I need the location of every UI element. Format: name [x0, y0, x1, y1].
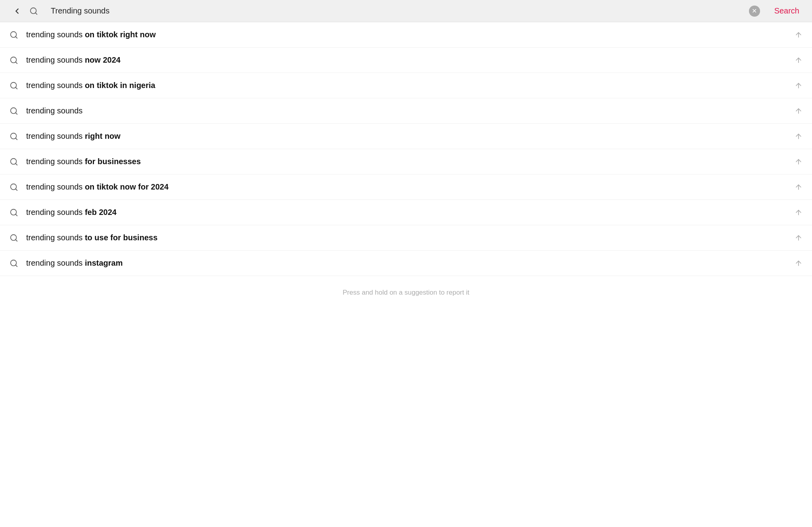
suggestion-item[interactable]: trending sounds feb 2024: [0, 200, 812, 225]
suggestion-text: trending sounds feb 2024: [26, 208, 795, 217]
suggestion-text: trending sounds for businesses: [26, 157, 795, 166]
svg-line-13: [796, 109, 801, 113]
svg-line-6: [15, 62, 17, 63]
suggestion-search-icon: [10, 157, 18, 166]
suggestion-item[interactable]: trending sounds right now: [0, 124, 812, 149]
suggestion-search-icon: [10, 183, 18, 192]
search-input-wrapper: [51, 6, 744, 15]
suggestion-fill-icon: [795, 107, 802, 115]
suggestion-text: trending sounds on tiktok right now: [26, 30, 795, 39]
suggestion-item[interactable]: trending sounds on tiktok now for 2024: [0, 174, 812, 200]
clear-button[interactable]: ✕: [749, 6, 760, 17]
suggestion-search-icon: [10, 259, 18, 268]
suggestion-search-icon: [10, 132, 18, 141]
suggestion-text: trending sounds on tiktok in nigeria: [26, 81, 795, 90]
suggestion-fill-icon: [795, 31, 802, 39]
clear-icon: ✕: [752, 7, 757, 15]
svg-line-21: [15, 189, 17, 190]
svg-line-7: [796, 58, 801, 63]
suggestions-list: trending sounds on tiktok right nowtrend…: [0, 22, 812, 276]
suggestion-fill-icon: [795, 132, 802, 140]
suggestion-fill-icon: [795, 209, 802, 217]
svg-line-19: [796, 159, 801, 164]
search-icon: [29, 7, 38, 15]
suggestion-search-icon: [10, 56, 18, 65]
svg-line-18: [15, 163, 17, 165]
search-header: ✕ Search: [0, 0, 812, 22]
suggestion-text: trending sounds now 2024: [26, 56, 795, 65]
svg-line-16: [796, 134, 801, 139]
suggestion-text: trending sounds to use for business: [26, 233, 795, 242]
suggestion-fill-icon: [795, 259, 802, 267]
suggestion-fill-icon: [795, 158, 802, 166]
svg-line-27: [15, 240, 17, 241]
suggestion-item[interactable]: trending sounds: [0, 98, 812, 124]
suggestion-item[interactable]: trending sounds on tiktok right now: [0, 22, 812, 48]
suggestion-fill-icon: [795, 183, 802, 191]
suggestion-search-icon: [10, 31, 18, 39]
suggestion-fill-icon: [795, 234, 802, 242]
svg-line-28: [796, 236, 801, 240]
suggestion-search-icon: [10, 208, 18, 217]
back-button[interactable]: [10, 5, 25, 17]
svg-line-31: [796, 261, 801, 266]
svg-line-10: [796, 83, 801, 88]
svg-line-25: [796, 210, 801, 215]
suggestion-text: trending sounds on tiktok now for 2024: [26, 182, 795, 192]
suggestion-text: trending sounds right now: [26, 132, 795, 141]
svg-line-9: [15, 87, 17, 89]
svg-line-30: [15, 265, 17, 266]
svg-line-22: [796, 185, 801, 190]
search-input[interactable]: [51, 6, 744, 15]
suggestion-fill-icon: [795, 56, 802, 64]
footer-hint: Press and hold on a suggestion to report…: [0, 276, 812, 306]
suggestion-item[interactable]: trending sounds for businesses: [0, 149, 812, 174]
suggestion-item[interactable]: trending sounds on tiktok in nigeria: [0, 73, 812, 98]
suggestion-item[interactable]: trending sounds instagram: [0, 251, 812, 276]
svg-line-1: [35, 13, 37, 14]
svg-line-12: [15, 113, 17, 114]
suggestion-item[interactable]: trending sounds now 2024: [0, 48, 812, 73]
suggestion-item[interactable]: trending sounds to use for business: [0, 225, 812, 251]
svg-line-4: [796, 33, 801, 37]
svg-line-24: [15, 214, 17, 216]
svg-line-15: [15, 138, 17, 140]
suggestion-text: trending sounds: [26, 106, 795, 115]
svg-line-3: [15, 36, 17, 38]
search-submit-button[interactable]: Search: [771, 6, 802, 15]
suggestion-search-icon: [10, 107, 18, 115]
suggestion-text: trending sounds instagram: [26, 259, 795, 268]
suggestion-search-icon: [10, 234, 18, 242]
suggestion-search-icon: [10, 81, 18, 90]
suggestion-fill-icon: [795, 82, 802, 90]
